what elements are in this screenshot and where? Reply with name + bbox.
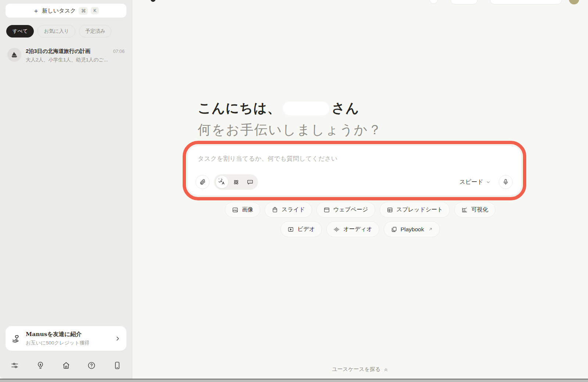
chip-spreadsheet-label: スプレッドシート [397, 206, 443, 214]
top-partial-circle-button[interactable] [429, 0, 438, 4]
composer: タスクを割り当てるか、何でも質問してください [187, 145, 522, 196]
chevrons-up-icon [383, 367, 388, 372]
spreadsheet-icon [387, 207, 393, 213]
main-area: こんにちは、 さん 何をお手伝いしましょうか？ タスクを割り当てるか、何でも質問… [132, 0, 588, 379]
window-top-partial-icon [151, 0, 155, 2]
mobile-app-icon[interactable] [112, 360, 122, 371]
window-bottom-edge [0, 379, 588, 382]
image-icon [232, 207, 239, 213]
chip-playbook-label: Playbook [401, 226, 424, 233]
task-list-item[interactable]: 2泊3日の北海道旅行の計画 07:06 大人2人、小学生1人、幼児1人のご... [0, 46, 132, 65]
greeting-suffix: さん [331, 99, 359, 117]
chevron-right-icon [115, 336, 121, 342]
chip-visualization[interactable]: 可視化 [454, 202, 495, 218]
avatar[interactable] [569, 0, 579, 4]
video-icon [287, 226, 294, 233]
chip-webpage[interactable]: ウェブページ [316, 202, 375, 218]
sidebar: ＋ 新しいタスク ⌘ K すべて お気に入り 予定済み 2泊3日の北海道旅行の計… [0, 0, 132, 379]
settings-sliders-icon[interactable] [10, 360, 20, 371]
chip-image-label: 画像 [242, 206, 253, 214]
chips-row-1: 画像 スライド [132, 202, 588, 218]
chip-playbook[interactable]: Playbook [384, 221, 440, 237]
new-task-button[interactable]: ＋ 新しいタスク ⌘ K [6, 4, 126, 18]
explore-use-cases-link[interactable]: ユースケースを探る [132, 366, 588, 373]
chevron-down-icon [486, 180, 491, 185]
speed-mode-dropdown[interactable]: スピード [456, 177, 494, 188]
playbook-icon [391, 226, 397, 233]
ideas-lightbulb-icon[interactable] [35, 360, 46, 371]
external-link-icon [428, 227, 433, 232]
chip-video[interactable]: ビデオ [280, 221, 322, 237]
referral-title: Manusを友達に紹介 [26, 331, 82, 338]
chat-mode-icon[interactable] [243, 175, 257, 189]
chip-webpage-label: ウェブページ [333, 206, 368, 214]
speed-mode-label: スピード [459, 178, 483, 186]
referral-card[interactable]: Manusを友達に紹介 お互いに500クレジット獲得 [6, 326, 126, 351]
greeting-line1: こんにちは、 さん [198, 99, 382, 117]
sailboat-icon [7, 48, 21, 62]
filter-favorites[interactable]: お気に入り [37, 25, 75, 38]
capability-chips: 画像 スライド [132, 202, 588, 241]
filter-all[interactable]: すべて [6, 25, 34, 38]
home-icon[interactable] [61, 360, 71, 371]
cmd-key-badge: ⌘ [79, 7, 88, 15]
microphone-button[interactable] [499, 175, 513, 189]
task-title: 2泊3日の北海道旅行の計画 [26, 48, 110, 55]
mode-selector [214, 174, 258, 190]
task-body: 2泊3日の北海道旅行の計画 07:06 大人2人、小学生1人、幼児1人のご... [26, 48, 125, 63]
atom-mode-icon[interactable] [229, 175, 243, 189]
composer-toolbar: スピード [196, 174, 513, 190]
top-partial-pill-button[interactable] [451, 0, 478, 4]
referral-text: Manusを友達に紹介 お互いに500クレジット獲得 [26, 331, 110, 346]
new-task-label: 新しいタスク [42, 7, 76, 14]
plus-icon: ＋ [33, 8, 39, 14]
slides-icon [272, 207, 278, 213]
chip-slides[interactable]: スライド [265, 202, 312, 218]
sidebar-spacer [0, 65, 132, 326]
top-partial-pill-button-2[interactable] [490, 0, 562, 4]
chips-row-2: ビデオ オーディオ Playbook [132, 221, 588, 237]
microphone-icon [502, 179, 509, 185]
redacted-username [283, 101, 329, 115]
composer-input[interactable]: タスクを割り当てるか、何でも質問してください [198, 154, 511, 163]
sidebar-footer-nav [0, 355, 132, 379]
chip-spreadsheet[interactable]: スプレッドシート [380, 202, 450, 218]
greeting: こんにちは、 さん 何をお手伝いしましょうか？ [198, 99, 382, 139]
task-snippet: 大人2人、小学生1人、幼児1人のご... [26, 57, 125, 63]
visualization-icon [461, 207, 468, 213]
hand-heart-icon [11, 334, 21, 343]
chip-slides-label: スライド [282, 206, 305, 214]
chip-audio-label: オーディオ [343, 225, 372, 233]
referral-subtitle: お互いに500クレジット獲得 [26, 340, 110, 346]
task-time: 07:06 [113, 49, 125, 54]
chip-audio[interactable]: オーディオ [326, 221, 379, 237]
agent-mode-icon[interactable] [215, 175, 229, 189]
greeting-prefix: こんにちは、 [198, 99, 281, 117]
attach-file-button[interactable] [196, 175, 209, 189]
chip-visualization-label: 可視化 [471, 206, 488, 214]
chip-video-label: ビデオ [297, 225, 315, 233]
greeting-question: 何をお手伝いしましょうか？ [198, 121, 382, 139]
task-filters: すべて お気に入り 予定済み [6, 25, 132, 38]
filter-scheduled[interactable]: 予定済み [79, 25, 111, 38]
composer-highlight-ring: タスクを割り当てるか、何でも質問してください [183, 141, 526, 200]
chip-image[interactable]: 画像 [225, 202, 260, 218]
help-icon[interactable] [86, 360, 97, 371]
k-key-badge: K [91, 7, 99, 14]
webpage-icon [323, 207, 330, 213]
audio-icon [333, 226, 340, 233]
explore-label: ユースケースを探る [332, 366, 381, 373]
paperclip-icon [199, 179, 206, 185]
